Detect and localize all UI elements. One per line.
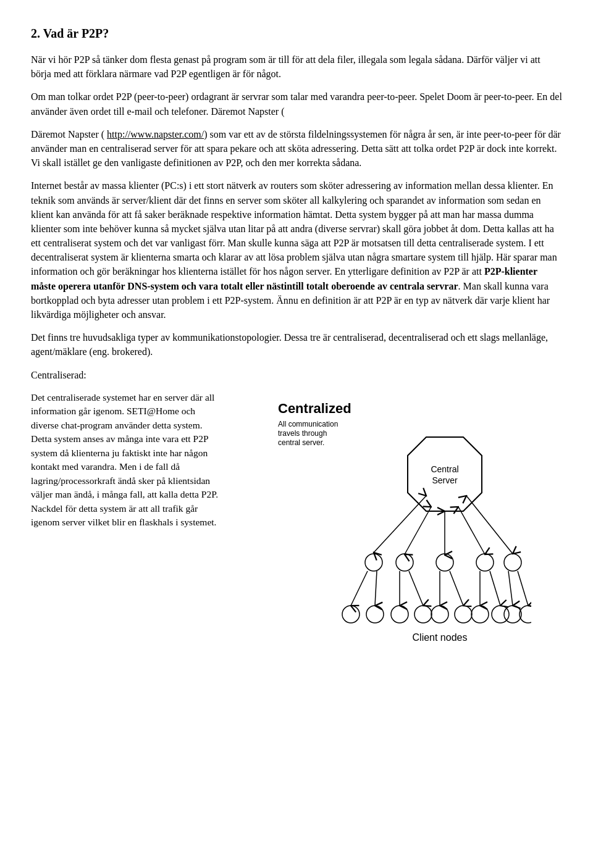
centralized-text: Det centraliserade systemet har en serve… — [31, 391, 222, 530]
paragraph-2: Om man tolkar ordet P2P (peer-to-peer) o… — [31, 90, 562, 118]
client-node-9 — [504, 606, 521, 623]
client-nodes-label-text: Client nodes — [413, 632, 468, 643]
line-central-to-node2 — [405, 507, 431, 554]
client-node-2 — [366, 606, 384, 623]
diagram-area: Centralized All communication travels th… — [241, 391, 562, 644]
mid-node-4 — [476, 554, 494, 571]
client-node-5 — [431, 606, 448, 623]
mid-node-1 — [365, 554, 382, 571]
line-node5-client2 — [518, 571, 528, 606]
line-node2-client2 — [409, 571, 423, 606]
central-server-label-line1: Central — [431, 464, 458, 474]
centralized-diagram: Centralized All communication travels th… — [272, 397, 531, 644]
page-heading: 2. Vad är P2P? — [31, 25, 562, 43]
diagram-title-text: Centralized — [278, 401, 351, 416]
line-central-to-node5 — [466, 496, 513, 554]
svg-text:All communication: All communication — [278, 420, 338, 428]
line-node5-client1 — [508, 571, 513, 606]
paragraph-topologies: Det finns tre huvudsakliga typer av komm… — [31, 330, 562, 359]
line-central-to-node1 — [374, 496, 426, 553]
client-node-6 — [455, 606, 472, 623]
mid-node-3 — [436, 554, 453, 571]
paragraph-internet: Internet består av massa klienter (PC:s)… — [31, 178, 562, 322]
paragraph-napster: Däremot Napster ( http://www.napster.com… — [31, 127, 562, 170]
topology-svg: Centralized All communication travels th… — [272, 397, 531, 644]
svg-text:central server.: central server. — [278, 438, 324, 447]
line-node4-client2 — [490, 571, 500, 606]
centralized-description: Det centraliserade systemet har en serve… — [31, 391, 222, 538]
client-node-7 — [471, 606, 489, 623]
napster-text-before: Däremot Napster ( — [31, 129, 107, 140]
mid-node-5 — [504, 554, 521, 571]
central-server-shape — [408, 437, 482, 511]
client-node-1 — [342, 606, 360, 623]
client-node-3 — [391, 606, 408, 623]
svg-text:travels through: travels through — [278, 429, 327, 438]
line-node3-client2 — [450, 571, 463, 606]
centralized-section: Det centraliserade systemet har en serve… — [31, 391, 562, 644]
centralized-label: Centraliserad: — [31, 368, 562, 382]
client-node-4 — [414, 606, 432, 623]
paragraph-1: När vi hör P2P så tänker dom flesta gena… — [31, 52, 562, 81]
napster-link[interactable]: http://www.napster.com/ — [107, 129, 204, 140]
mid-node-2 — [396, 554, 413, 571]
line-node1-client1 — [351, 571, 368, 606]
central-server-label-line2: Server — [432, 475, 458, 485]
line-node1-client2 — [375, 571, 377, 606]
